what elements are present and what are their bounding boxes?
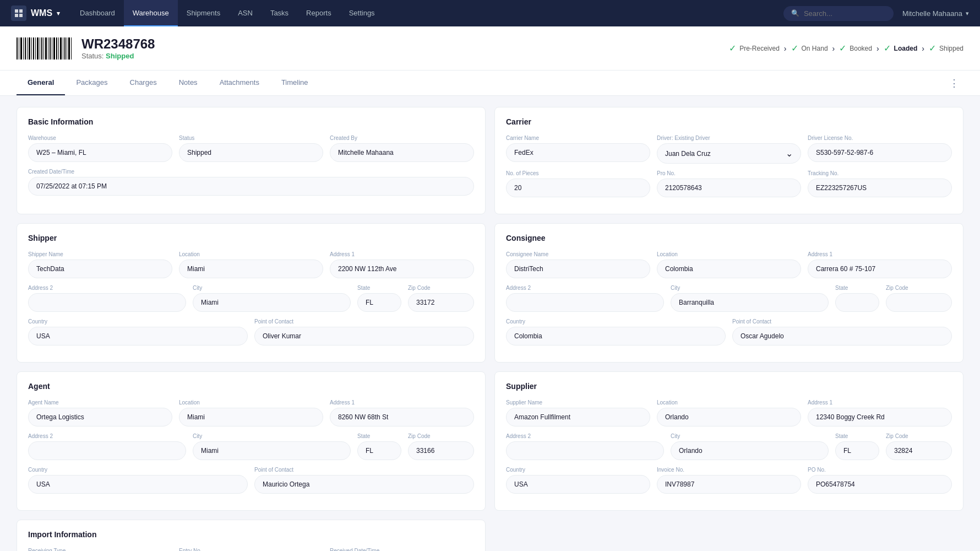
logo-arrow: ▾ bbox=[57, 10, 60, 17]
agent-card: Agent Agent Name Ortega Logistics Locati… bbox=[17, 371, 486, 511]
tab-general[interactable]: General bbox=[17, 71, 65, 95]
consignee-name-field: Consignee Name DistriTech bbox=[506, 251, 650, 278]
nav-settings[interactable]: Settings bbox=[340, 0, 384, 26]
shipper-zip-field: Zip Code 33172 bbox=[408, 285, 474, 312]
consignee-location-field: Location Colombia bbox=[657, 251, 801, 278]
step-check-icon-3: ✓ bbox=[839, 43, 846, 53]
row-import: Import Information Receiving Type Bonded… bbox=[17, 520, 963, 551]
shipper-row1: Shipper Name TechData Location Miami Add… bbox=[28, 251, 474, 278]
entry-no-field: Entry No. 847345100 bbox=[179, 548, 323, 551]
tab-notes[interactable]: Notes bbox=[168, 71, 209, 95]
search-box[interactable]: 🔍 bbox=[783, 6, 894, 21]
nav-dashboard[interactable]: Dashboard bbox=[71, 0, 124, 26]
consignee-row2: Address 2 City Barranquilla State Zip Co… bbox=[506, 285, 952, 312]
user-name: Mitchelle Mahaana bbox=[902, 9, 962, 18]
agent-row3: Country USA Point of Contact Mauricio Or… bbox=[28, 467, 474, 494]
shipper-card: Shipper Shipper Name TechData Location M… bbox=[17, 223, 486, 363]
tab-attachments[interactable]: Attachments bbox=[209, 71, 270, 95]
nav-reports[interactable]: Reports bbox=[297, 0, 340, 26]
consignee-poc-field: Point of Contact Oscar Agudelo bbox=[732, 318, 952, 345]
user-menu[interactable]: Mitchelle Mahaana ▾ bbox=[902, 9, 969, 18]
step-loaded-label: Loaded bbox=[894, 45, 918, 52]
shipper-title: Shipper bbox=[28, 234, 474, 242]
basic-info-row1: Warehouse W25 – Miami, FL Status Shipped… bbox=[28, 135, 474, 162]
consignee-country-value: Colombia bbox=[506, 327, 726, 345]
shipper-location-field: Location Miami bbox=[179, 251, 323, 278]
created-dt-value: 07/25/2022 at 07:15 PM bbox=[28, 177, 474, 196]
agent-country-value: USA bbox=[28, 475, 248, 494]
consignee-card: Consignee Consignee Name DistriTech Loca… bbox=[494, 223, 963, 363]
step-arrow-1: › bbox=[784, 44, 787, 53]
svg-rect-12 bbox=[33, 37, 34, 60]
supplier-card: Supplier Supplier Name Amazon Fullfilmen… bbox=[494, 371, 963, 511]
consignee-name-value: DistriTech bbox=[506, 260, 650, 278]
basic-info-row2: Created Date/Time 07/25/2022 at 07:15 PM bbox=[28, 169, 474, 196]
consignee-zip-field: Zip Code bbox=[886, 285, 952, 312]
consignee-state-field: State bbox=[835, 285, 879, 312]
svg-rect-6 bbox=[20, 37, 22, 60]
step-shipped-label: Shipped bbox=[939, 45, 963, 52]
tabs: General Packages Charges Notes Attachmen… bbox=[17, 71, 319, 95]
logo-text: WMS bbox=[31, 8, 52, 18]
user-arrow: ▾ bbox=[966, 10, 969, 17]
supplier-city-field: City Orlando bbox=[671, 433, 829, 460]
agent-city-value: Miami bbox=[193, 441, 351, 460]
shipper-name-value: TechData bbox=[28, 260, 172, 278]
tab-timeline[interactable]: Timeline bbox=[270, 71, 319, 95]
agent-row2: Address 2 City Miami State FL Zip Code 3… bbox=[28, 433, 474, 460]
nav-warehouse[interactable]: Warehouse bbox=[124, 0, 178, 26]
tab-charges[interactable]: Charges bbox=[119, 71, 168, 95]
page-header: WR2348768 Status: Shipped ✓ Pre-Received… bbox=[0, 26, 980, 71]
tracking-value: EZ223257267US bbox=[808, 179, 952, 197]
svg-rect-28 bbox=[67, 37, 67, 60]
step-arrow-4: › bbox=[922, 44, 924, 53]
consignee-city-field: City Barranquilla bbox=[671, 285, 829, 312]
svg-rect-26 bbox=[63, 37, 63, 60]
agent-address1-field: Address 1 8260 NW 68th St bbox=[330, 399, 474, 426]
pro-value: 2120578643 bbox=[657, 179, 801, 197]
tab-packages[interactable]: Packages bbox=[65, 71, 118, 95]
nav-tasks[interactable]: Tasks bbox=[262, 0, 297, 26]
supplier-address1-value: 12340 Boggy Creek Rd bbox=[808, 408, 952, 426]
step-arrow-3: › bbox=[876, 44, 879, 53]
search-icon: 🔍 bbox=[791, 9, 799, 17]
search-input[interactable] bbox=[804, 9, 886, 18]
shipper-row3: Country USA Point of Contact Oliver Kuma… bbox=[28, 318, 474, 345]
warehouse-value: W25 – Miami, FL bbox=[28, 143, 172, 162]
created-by-label: Created By bbox=[330, 135, 474, 141]
svg-rect-11 bbox=[31, 37, 32, 60]
agent-state-value: FL bbox=[357, 441, 401, 460]
wr-info: WR2348768 Status: Shipped bbox=[81, 36, 155, 60]
svg-rect-3 bbox=[19, 14, 23, 17]
svg-rect-7 bbox=[23, 37, 24, 60]
svg-rect-29 bbox=[68, 37, 70, 60]
supplier-name-field: Supplier Name Amazon Fullfilment bbox=[506, 399, 650, 426]
supplier-row1: Supplier Name Amazon Fullfilment Locatio… bbox=[506, 399, 952, 426]
supplier-po-field: PO No. PO65478754 bbox=[808, 467, 952, 494]
svg-rect-20 bbox=[50, 37, 51, 60]
consignee-address2-value bbox=[506, 293, 664, 312]
warehouse-field: Warehouse W25 – Miami, FL bbox=[28, 135, 172, 162]
consignee-city-value: Barranquilla bbox=[671, 293, 829, 312]
step-arrow-2: › bbox=[832, 44, 835, 53]
step-pre-received: ✓ Pre-Received bbox=[729, 43, 780, 53]
tracking-field: Tracking No. EZ223257267US bbox=[808, 170, 952, 197]
agent-address2-value bbox=[28, 441, 186, 460]
more-options-button[interactable]: ⋮ bbox=[945, 73, 963, 94]
wms-logo[interactable]: WMS ▾ bbox=[11, 6, 60, 21]
driver-field: Driver: Existing Driver Juan Dela Cruz ⌄ bbox=[657, 135, 801, 164]
driver-label: Driver: Existing Driver bbox=[657, 135, 801, 141]
nav-shipments[interactable]: Shipments bbox=[178, 0, 229, 26]
consignee-row1: Consignee Name DistriTech Location Colom… bbox=[506, 251, 952, 278]
tabs-bar: General Packages Charges Notes Attachmen… bbox=[0, 71, 980, 96]
status-value: Shipped bbox=[179, 143, 323, 162]
driver-license-field: Driver License No. S530-597-52-987-6 bbox=[808, 135, 952, 164]
shipper-address1-value: 2200 NW 112th Ave bbox=[330, 260, 474, 278]
shipper-row2: Address 2 City Miami State FL Zip Code 3… bbox=[28, 285, 474, 312]
agent-address1-value: 8260 NW 68th St bbox=[330, 408, 474, 426]
supplier-title: Supplier bbox=[506, 382, 952, 391]
nav-asn[interactable]: ASN bbox=[229, 0, 262, 26]
step-check-icon: ✓ bbox=[729, 43, 736, 53]
agent-row1: Agent Name Ortega Logistics Location Mia… bbox=[28, 399, 474, 426]
navbar: WMS ▾ Dashboard Warehouse Shipments ASN … bbox=[0, 0, 980, 26]
